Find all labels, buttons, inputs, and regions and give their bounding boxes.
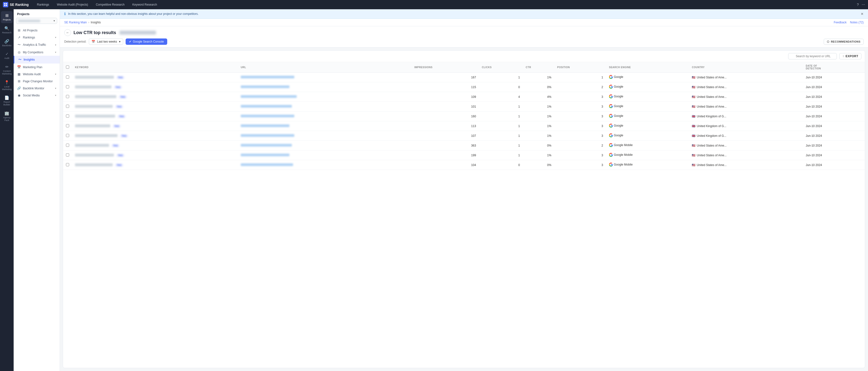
sidebar-icon-report-builder[interactable]: 📄 Report Builder (1, 93, 13, 108)
flag-icon: 🇺🇸 (692, 76, 695, 79)
row-checkbox[interactable] (66, 134, 69, 137)
row-checkbox[interactable] (66, 124, 69, 127)
backlink-monitor-icon: 🔗 (17, 86, 21, 90)
sidebar-item-rankings[interactable]: ↗ Rankings ▾ (13, 34, 60, 41)
table-section: 🔍 ↑ EXPORT KEYWORD URL IMPRESS (63, 51, 865, 368)
feedback-link[interactable]: Feedback (834, 21, 846, 24)
app-logo[interactable]: SE Ranking (3, 2, 29, 7)
row-checkbox-cell (63, 112, 72, 121)
export-icon: ↑ (842, 55, 844, 58)
sidebar-icon-agency-pack[interactable]: 🏢 Agency Pack (1, 109, 13, 124)
page-title-row: ← Low CTR top results (64, 29, 864, 36)
row-search-engine: Google Mobile (606, 150, 689, 160)
row-country: 🇺🇸 United States of Ame... (689, 72, 803, 82)
marketing-plan-icon: 📅 (17, 65, 21, 69)
table-row: TAG 107 1 1% 3 Google (63, 131, 865, 141)
flag-icon: 🇬🇧 (692, 134, 695, 137)
nav-website-audit[interactable]: Website Audit (Projects) (56, 2, 90, 7)
back-button[interactable]: ← (64, 29, 71, 36)
recommendations-button[interactable]: ⬡ RECOMMENDATIONS (824, 39, 864, 45)
keyword-tag: TAG (116, 76, 124, 79)
keyword-tag: TAG (119, 95, 127, 99)
row-impressions: 167 (411, 72, 479, 82)
sidebar-item-my-competitors[interactable]: ◎ My Competitors ▾ (13, 49, 60, 56)
breadcrumb-root[interactable]: SE Ranking Main (64, 21, 87, 24)
row-clicks: 4 (479, 92, 523, 102)
sidebar-item-insights[interactable]: 〜 Insights (13, 56, 60, 64)
sidebar-header: Projects (13, 9, 60, 18)
sidebar-item-marketing-plan[interactable]: 📅 Marketing Plan (13, 64, 60, 71)
sidebar-icon-backlinks[interactable]: 🔗 Backlinks (1, 37, 13, 49)
row-checkbox[interactable] (66, 75, 69, 79)
notes-link[interactable]: Notes (72) (850, 21, 864, 24)
search-input[interactable] (788, 53, 837, 59)
row-country: 🇺🇸 United States of Ame... (689, 160, 803, 170)
row-url (238, 160, 411, 170)
export-button[interactable]: ↑ EXPORT (839, 53, 861, 59)
sidebar-item-website-audit[interactable]: ▦ Website Audit ▾ (13, 71, 60, 78)
row-checkbox-cell (63, 92, 72, 102)
sidebar-nav: ⊞ All Projects ↗ Rankings ▾ 〜 Analytics … (13, 26, 60, 100)
keyword-tag: TAG (117, 115, 126, 118)
breadcrumb: SE Ranking Main › Insights Feedback Note… (60, 19, 868, 26)
info-banner: ℹ In this section, you can learn helpful… (60, 9, 868, 19)
keyword-tag: TAG (115, 105, 123, 108)
keyword-tag: TAG (115, 163, 123, 167)
logo-icon (3, 2, 8, 7)
row-checkbox[interactable] (66, 163, 69, 166)
row-checkbox[interactable] (66, 153, 69, 157)
google-icon-cell: Google (609, 85, 623, 89)
row-checkbox[interactable] (66, 105, 69, 108)
flag-icon: 🇺🇸 (692, 154, 695, 157)
close-banner-button[interactable]: ✕ (861, 12, 864, 16)
row-checkbox[interactable] (66, 144, 69, 147)
row-checkbox[interactable] (66, 95, 69, 98)
table-row: TAG 113 1 1% 3 Google (63, 121, 865, 131)
sidebar-icon-projects[interactable]: ⊞ Projects (1, 11, 13, 23)
period-value: Last two weeks (97, 40, 117, 43)
row-clicks: 1 (479, 150, 523, 160)
google-icon-cell: Google (609, 124, 623, 128)
nav-rankings[interactable]: Rankings (35, 2, 51, 7)
row-date: Jun-10 2024 (803, 121, 865, 131)
row-position: 3 (554, 92, 606, 102)
table-row: TAG 160 1 1% 3 Google (63, 112, 865, 121)
sidebar-icon-audit[interactable]: ✓ Audit (1, 50, 13, 62)
row-position: 3 (554, 121, 606, 131)
row-checkbox[interactable] (66, 115, 69, 118)
expand-icon: ▾ (55, 94, 56, 97)
select-all-checkbox[interactable] (66, 65, 69, 69)
sidebar-icon-research[interactable]: 🔍 Research (1, 24, 13, 36)
sidebar-item-all-projects[interactable]: ⊞ All Projects (13, 27, 60, 34)
projects-icon: ⊞ (5, 13, 8, 18)
period-selector[interactable]: 📅 Last two weeks ▾ (89, 38, 123, 45)
col-header-date: DATE OFDETECTION (803, 62, 865, 72)
row-date: Jun-10 2024 (803, 102, 865, 112)
gsc-button[interactable]: ✔ Google Search Console (126, 38, 167, 45)
nav-keyword-research[interactable]: Keyword Research (131, 2, 158, 7)
insights-icon: 〜 (18, 57, 22, 62)
sidebar-item-social-media[interactable]: ◉ Social Media ▾ (13, 92, 60, 99)
row-impressions: 115 (411, 82, 479, 92)
sidebar-item-backlink-monitor[interactable]: 🔗 Backlink Monitor ▾ (13, 85, 60, 92)
row-checkbox-cell (63, 141, 72, 150)
row-checkbox[interactable] (66, 85, 69, 88)
google-icon-cell: Google Mobile (609, 143, 632, 147)
row-search-engine: Google (606, 102, 689, 112)
help-icon[interactable]: ? (857, 3, 859, 7)
sidebar-item-analytics-traffic[interactable]: 〜 Analytics & Traffic ▾ (13, 41, 60, 49)
page-changes-icon: ⊞ (17, 80, 21, 83)
recommendations-label: RECOMMENDATIONS (831, 40, 861, 43)
more-icon[interactable]: ⋯ (862, 3, 865, 7)
checkmark-icon: ✔ (129, 40, 131, 43)
recommendations-icon: ⬡ (827, 40, 830, 43)
project-sidebar: Projects ▾ ⊞ All Projects ↗ Rankings ▾ 〜… (13, 9, 60, 371)
nav-competitive-research[interactable]: Competitive Research (94, 2, 126, 7)
row-impressions: 109 (411, 92, 479, 102)
project-selector-dropdown[interactable]: ▾ (16, 18, 57, 24)
row-clicks: 1 (479, 72, 523, 82)
sidebar-item-page-changes-monitor[interactable]: ⊞ Page Changes Monitor (13, 78, 60, 85)
sidebar-icon-content-marketing[interactable]: ✏ Content Marketing (1, 63, 13, 77)
row-clicks: 1 (479, 131, 523, 141)
sidebar-icon-local-marketing[interactable]: 📍 Local Marketing (1, 78, 13, 93)
